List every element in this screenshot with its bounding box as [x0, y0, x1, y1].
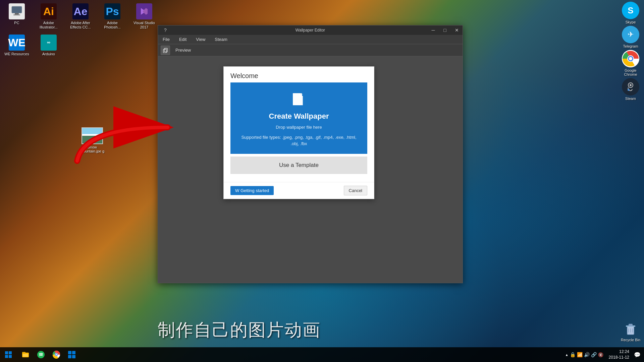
- subtitle-text: 制作自己的图片动画: [158, 318, 321, 342]
- desktop-icon-we[interactable]: WE WE Resources: [3, 35, 30, 56]
- svg-rect-30: [23, 354, 28, 357]
- create-wallpaper-title: Create Wallpaper: [269, 112, 329, 121]
- taskbar-clock[interactable]: 12:24 2018-11-12: [609, 349, 629, 360]
- toolbar-copy-button[interactable]: [161, 46, 170, 55]
- right-icon-steam[interactable]: Steam: [619, 78, 642, 101]
- skype-label: Skype: [626, 20, 636, 24]
- snow-mountain-label: Snow Mountain.jpe g: [79, 145, 106, 153]
- vs-label: Visual Studio 2017: [131, 21, 158, 29]
- maximize-button[interactable]: □: [439, 25, 451, 35]
- photoshop-icon: Ps: [104, 3, 120, 19]
- vs-icon: [136, 3, 152, 19]
- start-button[interactable]: [0, 347, 17, 362]
- taskbar: ▲ 🔒 📶 🔊 🔗 🔇 12:24 2018-11-12 💬: [0, 347, 644, 362]
- window-body: Welcome Create Wallpaper Drop wallpaper …: [158, 56, 463, 283]
- tray-chevron-icon[interactable]: ▲: [565, 353, 569, 357]
- dialog-footer: W Getting started Cancel: [224, 182, 374, 199]
- minimize-button[interactable]: ─: [427, 25, 439, 35]
- cancel-button[interactable]: Cancel: [344, 186, 367, 195]
- taskbar-chrome[interactable]: [49, 347, 64, 362]
- taskbar-notification-icon[interactable]: 💬: [632, 352, 641, 358]
- svg-rect-26: [5, 355, 8, 358]
- icon-row-1: PC Ai Adobe Illustrator... Ae Adobe Afte…: [3, 3, 158, 29]
- svg-point-17: [628, 89, 630, 91]
- getting-started-button[interactable]: W Getting started: [230, 186, 274, 195]
- create-wallpaper-button[interactable]: Create Wallpaper Drop wallpaper file her…: [230, 82, 367, 154]
- taskbar-right: ▲ 🔒 📶 🔊 🔗 🔇 12:24 2018-11-12 💬: [562, 349, 644, 360]
- tray-volume-icon[interactable]: 🔇: [598, 352, 603, 357]
- svg-rect-29: [22, 352, 25, 353]
- taskbar-spotify[interactable]: [34, 347, 48, 362]
- arduino-icon: ∞: [41, 35, 57, 51]
- preview-label: Preview: [175, 48, 191, 53]
- arduino-label: Arduino: [42, 52, 55, 56]
- file-explorer-icon: [21, 351, 30, 359]
- chrome-label: Google Chrome: [619, 68, 642, 76]
- menu-view[interactable]: View: [194, 36, 207, 43]
- taskbar-control-panel[interactable]: [64, 347, 79, 362]
- svg-rect-8: [163, 49, 166, 53]
- telegram-label: Telegram: [623, 44, 638, 48]
- tray-wifi-icon[interactable]: 📶: [577, 352, 583, 357]
- desktop-icons-container: PC Ai Adobe Illustrator... Ae Adobe Afte…: [3, 3, 158, 57]
- tray-speaker-icon[interactable]: 🔊: [584, 352, 590, 357]
- svg-rect-39: [72, 355, 75, 358]
- illustrator-label: Adobe Illustrator...: [35, 21, 62, 29]
- skype-icon: S: [622, 2, 639, 19]
- spotify-icon: [37, 351, 45, 359]
- pc-icon-label: PC: [14, 21, 19, 25]
- recycle-bin[interactable]: Recycle Bin: [619, 320, 642, 342]
- desktop-icon-arduino[interactable]: ∞ Arduino: [35, 35, 62, 56]
- desktop-icon-vs[interactable]: Visual Studio 2017: [131, 3, 158, 29]
- use-template-button[interactable]: Use a Template: [230, 157, 367, 174]
- menu-file[interactable]: File: [161, 36, 172, 43]
- file-document-icon: [292, 93, 306, 109]
- tray-link-icon[interactable]: 🔗: [591, 352, 597, 357]
- welcome-dialog: Welcome Create Wallpaper Drop wallpaper …: [223, 66, 374, 199]
- desktop: PC Ai Adobe Illustrator... Ae Adobe Afte…: [0, 0, 644, 362]
- aftereffects-label: Adobe After Effects CC...: [67, 21, 94, 29]
- svg-rect-27: [9, 355, 12, 358]
- desktop-icon-pc[interactable]: PC: [3, 3, 30, 29]
- svg-rect-38: [68, 355, 71, 358]
- control-panel-icon: [68, 351, 76, 359]
- right-icon-telegram[interactable]: ✈ Telegram: [619, 26, 642, 48]
- desktop-icon-aftereffects[interactable]: Ae Adobe After Effects CC...: [67, 3, 94, 29]
- svg-point-13: [629, 57, 632, 60]
- dialog-title: Welcome: [224, 67, 374, 82]
- menu-edit[interactable]: Edit: [177, 36, 189, 43]
- window-toolbar: Preview: [158, 44, 463, 56]
- illustrator-icon: Ai: [41, 3, 57, 19]
- svg-rect-24: [5, 351, 8, 354]
- recycle-bin-icon: [622, 320, 639, 338]
- window-menubar: File Edit View Steam: [158, 35, 463, 44]
- file-icon-snow-mountain[interactable]: Snow Mountain.jpe g: [79, 127, 106, 153]
- desktop-icon-illustrator[interactable]: Ai Adobe Illustrator...: [35, 3, 62, 29]
- window-controls: ─ □ ✕: [427, 25, 463, 35]
- taskbar-chrome-icon: [52, 351, 60, 359]
- desktop-icon-photoshop[interactable]: Ps Adobe Photosh...: [99, 3, 126, 29]
- help-button[interactable]: ?: [161, 25, 170, 35]
- windows-logo-icon: [5, 351, 12, 358]
- svg-rect-36: [68, 351, 71, 354]
- taskbar-apps: [17, 347, 80, 362]
- window-title: Wallpaper Editor: [161, 28, 460, 33]
- window-titlebar: ? Wallpaper Editor ─ □ ✕: [158, 25, 463, 35]
- svg-point-16: [630, 84, 632, 86]
- file-thumbnail-inner: [82, 128, 102, 143]
- file-thumbnail: [82, 127, 103, 144]
- right-icon-skype[interactable]: S Skype: [619, 2, 642, 24]
- right-sidebar: S Skype ✈ Telegram: [617, 0, 644, 347]
- svg-point-14: [624, 80, 637, 93]
- aftereffects-icon: Ae: [72, 3, 89, 19]
- wallpaper-editor-window: ? Wallpaper Editor ─ □ ✕ File Edit View …: [158, 25, 463, 283]
- right-icon-chrome[interactable]: Google Chrome: [619, 50, 642, 76]
- svg-rect-7: [164, 48, 167, 52]
- taskbar-file-explorer[interactable]: [18, 347, 33, 362]
- menu-steam[interactable]: Steam: [213, 36, 229, 43]
- pc-icon: [9, 3, 25, 19]
- tray-network-icon[interactable]: 🔒: [570, 352, 576, 357]
- svg-rect-1: [12, 6, 22, 13]
- svg-rect-2: [15, 13, 19, 14]
- close-button[interactable]: ✕: [451, 25, 463, 35]
